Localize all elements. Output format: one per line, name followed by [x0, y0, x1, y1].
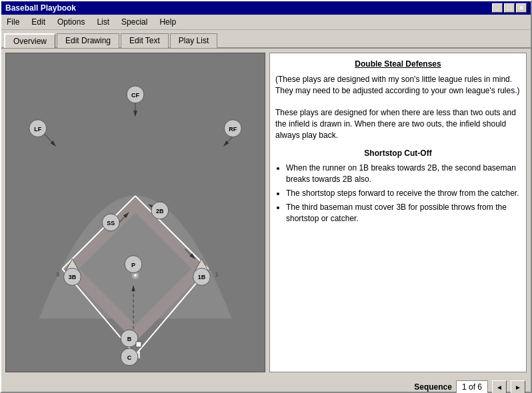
bullet-3: The third baseman must cover 3B for poss… [286, 202, 521, 224]
text-panel: Double Steal Defenses (These plays are d… [269, 53, 527, 372]
svg-text:P: P [131, 262, 135, 268]
menu-edit[interactable]: Edit [29, 16, 48, 28]
svg-text:C: C [127, 354, 132, 361]
play-title: Double Steal Defenses [275, 59, 521, 70]
menu-help[interactable]: Help [157, 16, 179, 28]
sequence-value: 1 of 6 [456, 380, 488, 393]
play-intro: (These plays are designed with my son's … [275, 74, 521, 97]
bullet-2: The shortstop steps forward to receive t… [286, 188, 521, 199]
bullets-list: When the runner on 1B breaks towards 2B,… [275, 163, 521, 224]
svg-text:SS: SS [107, 220, 115, 226]
tab-bar: Overview Edit Drawing Edit Text Play Lis… [1, 30, 531, 47]
menu-bar: File Edit Options List Special Help [1, 15, 531, 30]
svg-text:LF: LF [34, 126, 41, 133]
tab-edit-text[interactable]: Edit Text [121, 33, 169, 48]
window-title: Baseball Playbook [5, 3, 76, 13]
svg-text:1B: 1B [198, 274, 206, 280]
svg-text:3: 3 [56, 271, 60, 278]
svg-rect-41 [136, 342, 141, 347]
menu-special[interactable]: Special [119, 16, 150, 28]
menu-options[interactable]: Options [55, 16, 87, 28]
sequence-prev-button[interactable]: ◄ [492, 380, 507, 393]
close-button[interactable]: ✕ [516, 3, 527, 13]
main-content: CF LF RF SS 2B P 3B 3 [1, 47, 531, 376]
sequence-label: Sequence [414, 382, 452, 392]
svg-text:2B: 2B [156, 208, 164, 214]
section-title: Shortstop Cut-Off [275, 148, 521, 159]
sequence-bar: Sequence 1 of 6 ◄ ► [1, 376, 531, 393]
menu-file[interactable]: File [4, 16, 22, 28]
menu-list[interactable]: List [94, 16, 112, 28]
field-svg: CF LF RF SS 2B P 3B 3 [6, 53, 265, 372]
tab-edit-drawing[interactable]: Edit Drawing [57, 33, 119, 48]
field-panel: CF LF RF SS 2B P 3B 3 [5, 53, 265, 372]
svg-point-11 [134, 274, 137, 277]
title-bar: Baseball Playbook _ □ ✕ [1, 1, 531, 15]
tab-play-list[interactable]: Play List [170, 33, 217, 48]
maximize-button[interactable]: □ [504, 3, 515, 13]
play-body: These plays are designed for when there … [275, 107, 521, 141]
svg-text:3B: 3B [69, 274, 77, 280]
sequence-next-button[interactable]: ► [511, 380, 525, 393]
svg-text:CF: CF [131, 92, 139, 99]
minimize-button[interactable]: _ [492, 3, 503, 13]
tab-overview[interactable]: Overview [4, 33, 55, 48]
bullet-1: When the runner on 1B breaks towards 2B,… [286, 163, 521, 185]
svg-text:1: 1 [215, 271, 219, 278]
svg-text:RF: RF [229, 126, 237, 133]
main-window: Baseball Playbook _ □ ✕ File Edit Option… [0, 0, 532, 393]
window-controls: _ □ ✕ [492, 3, 527, 13]
svg-text:B: B [127, 336, 132, 342]
